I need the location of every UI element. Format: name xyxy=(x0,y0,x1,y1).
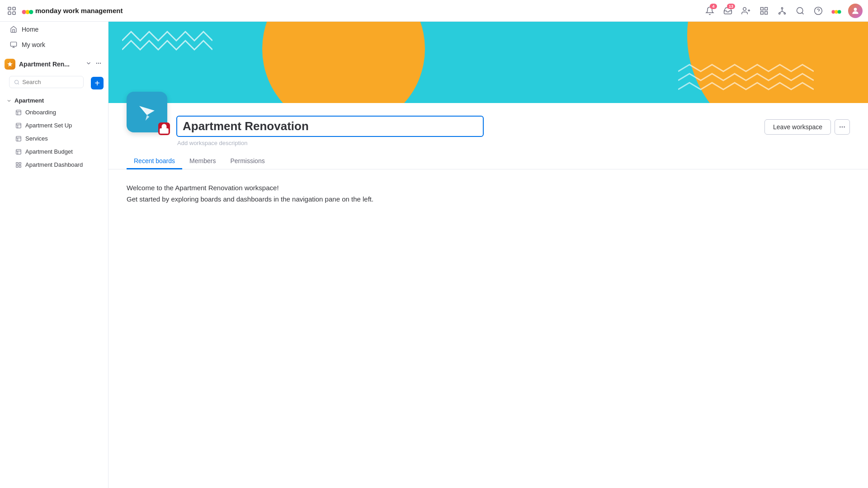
sidebar-workspace-icon xyxy=(5,59,15,70)
workspace-tabs: Recent boards Members Permissions xyxy=(108,146,868,169)
sidebar-item-apartment-setup[interactable]: Apartment Set Up xyxy=(3,119,105,131)
more-icon xyxy=(839,123,846,131)
board-icon-4 xyxy=(15,149,22,155)
svg-point-54 xyxy=(840,127,841,128)
leave-workspace-button[interactable]: Leave workspace xyxy=(764,119,831,135)
workspace-title-input[interactable] xyxy=(176,116,484,137)
workspace-info: Add workspace description Leave workspac… xyxy=(108,103,868,146)
svg-rect-13 xyxy=(765,11,768,14)
workspace-logo xyxy=(127,92,167,132)
svg-point-6 xyxy=(29,9,33,14)
workspace-title-area: Add workspace description xyxy=(176,116,764,146)
svg-point-15 xyxy=(779,13,780,14)
svg-rect-53 xyxy=(160,128,169,134)
sidebar-item-home[interactable]: Home xyxy=(3,22,105,37)
svg-rect-0 xyxy=(8,7,11,10)
sidebar-item-apartment-budget[interactable]: Apartment Budget xyxy=(3,145,105,158)
chevron-down-icon xyxy=(6,98,12,103)
svg-point-22 xyxy=(815,7,822,14)
invite-btn[interactable] xyxy=(738,3,754,19)
sidebar-workspace-name: Apartment Ren... xyxy=(19,61,85,68)
svg-rect-52 xyxy=(19,165,21,167)
tab-recent-boards[interactable]: Recent boards xyxy=(127,154,182,169)
svg-line-19 xyxy=(782,11,785,12)
inbox-btn[interactable]: 13 xyxy=(720,3,736,19)
sidebar-item-onboarding[interactable]: Onboarding xyxy=(3,106,105,118)
main-layout: Home My work Apartment Ren... xyxy=(0,22,868,488)
notifications-btn[interactable]: 4 xyxy=(702,3,718,19)
welcome-text-line2: Get started by exploring boards and dash… xyxy=(127,195,850,203)
add-button[interactable]: + xyxy=(91,77,104,89)
workspace-actions: Leave workspace xyxy=(764,119,850,135)
svg-line-18 xyxy=(779,11,782,12)
workspace-logo-icon xyxy=(135,100,159,124)
workspace-content: Welcome to the Apartment Renovation work… xyxy=(108,169,868,217)
apps-icon[interactable] xyxy=(5,5,18,17)
svg-rect-12 xyxy=(761,11,764,14)
apartment-setup-label: Apartment Set Up xyxy=(25,122,72,129)
svg-marker-31 xyxy=(7,61,13,66)
boards-btn[interactable] xyxy=(756,3,772,19)
banner-circle-left xyxy=(262,22,425,103)
svg-rect-28 xyxy=(10,42,16,46)
logo-text: monday work management xyxy=(35,7,123,14)
zigzag-right xyxy=(678,62,814,99)
svg-rect-2 xyxy=(8,12,11,14)
search-bar[interactable] xyxy=(9,76,84,88)
svg-point-16 xyxy=(784,13,785,14)
search-btn[interactable] xyxy=(792,3,808,19)
main-content: Add workspace description Leave workspac… xyxy=(108,22,868,488)
svg-point-26 xyxy=(838,10,841,14)
svg-rect-50 xyxy=(19,162,21,164)
svg-point-20 xyxy=(797,7,803,13)
svg-rect-40 xyxy=(16,123,21,128)
top-navigation: monday work management 4 13 xyxy=(0,0,868,22)
search-input[interactable] xyxy=(22,79,79,85)
board-icon-2 xyxy=(15,122,22,129)
svg-point-35 xyxy=(15,80,19,84)
svg-line-21 xyxy=(802,12,804,14)
workspace-chevron-icon[interactable] xyxy=(85,60,92,68)
workspace-more-button[interactable] xyxy=(835,119,850,135)
sidebar: Home My work Apartment Ren... xyxy=(0,22,108,488)
svg-point-27 xyxy=(854,8,857,11)
svg-rect-3 xyxy=(13,12,15,14)
dashboard-icon xyxy=(15,162,22,168)
apartment-dashboard-label: Apartment Dashboard xyxy=(25,161,83,168)
sidebar-section-apartment[interactable]: Apartment xyxy=(0,95,108,106)
svg-point-7 xyxy=(743,7,746,10)
monday-icon-btn[interactable] xyxy=(828,3,844,19)
notifications-badge: 4 xyxy=(710,4,717,9)
org-chart-btn[interactable] xyxy=(774,3,790,19)
workspace-banner xyxy=(108,22,868,103)
banner-decoration xyxy=(108,22,868,103)
svg-rect-46 xyxy=(16,149,21,154)
onboarding-label: Onboarding xyxy=(25,109,56,116)
nav-right: 4 13 xyxy=(702,3,863,19)
home-label: Home xyxy=(22,26,38,33)
sidebar-item-mywork[interactable]: My work xyxy=(3,38,105,52)
svg-point-56 xyxy=(844,127,845,128)
tab-members[interactable]: Members xyxy=(182,154,223,169)
svg-rect-1 xyxy=(13,7,15,10)
apartment-budget-label: Apartment Budget xyxy=(25,148,73,155)
sidebar-item-apartment-dashboard[interactable]: Apartment Dashboard xyxy=(3,159,105,171)
svg-point-33 xyxy=(98,63,99,64)
svg-line-36 xyxy=(18,83,19,84)
workspace-more-icon[interactable] xyxy=(94,59,104,69)
svg-rect-37 xyxy=(16,110,21,115)
svg-point-34 xyxy=(100,63,101,64)
workspace-description[interactable]: Add workspace description xyxy=(177,140,764,146)
help-btn[interactable] xyxy=(810,3,826,19)
inbox-badge: 13 xyxy=(727,4,735,9)
section-label: Apartment xyxy=(14,97,44,104)
tab-permissions[interactable]: Permissions xyxy=(223,154,272,169)
mywork-label: My work xyxy=(22,41,45,48)
svg-point-14 xyxy=(781,7,783,9)
svg-point-55 xyxy=(842,127,843,128)
board-icon xyxy=(15,109,22,116)
sidebar-item-services[interactable]: Services xyxy=(3,132,105,145)
user-avatar[interactable] xyxy=(848,4,863,18)
search-icon xyxy=(14,79,19,85)
nav-left: monday work management xyxy=(5,5,123,17)
